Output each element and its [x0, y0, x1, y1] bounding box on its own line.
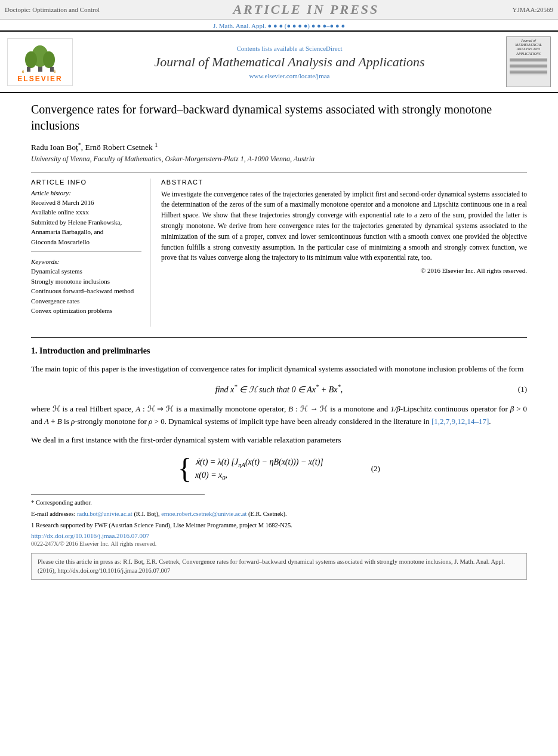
journal-header: 🕯 🕯 ELSEVIER Contents lists available at… — [0, 32, 558, 93]
elsevier-wordmark: ELSEVIER — [17, 75, 62, 83]
copyright: © 2016 Elsevier Inc. All rights reserved… — [161, 267, 527, 274]
keyword-1: Dynamical systems — [31, 266, 141, 276]
keywords-section: Keywords: Dynamical systems Strongly mon… — [31, 258, 141, 321]
keyword-3: Continuous forward–backward method — [31, 286, 141, 296]
article-in-press-label: ARTICLE IN PRESS — [100, 2, 512, 17]
journal-title: Journal of Mathematical Analysis and App… — [79, 54, 500, 70]
article-history: Article history: Received 8 March 2016 A… — [31, 189, 141, 253]
eq2-line1: ẋ(t) = λ(t) [JηA(x(t) − ηB(x(t))) − x(t)… — [195, 457, 323, 468]
eq2-lines: ẋ(t) = λ(t) [JηA(x(t) − ηB(x(t))) − x(t)… — [195, 457, 323, 481]
paper-title: Convergence rates for forward–backward d… — [31, 102, 527, 134]
article-info-heading: ARTICLE INFO — [31, 179, 141, 186]
main-content: Convergence rates for forward–backward d… — [0, 93, 558, 588]
section1-para2: where ℋ is a real Hilbert space, A : ℋ ⇒… — [31, 403, 527, 428]
svg-point-2 — [25, 51, 37, 68]
section1-heading: 1. Introduction and preliminaries — [31, 346, 527, 356]
sciencedirect-prefix: Contents lists available at — [236, 45, 304, 52]
issn-line: 0022-247X/© 2016 Elsevier Inc. All right… — [31, 540, 527, 547]
footnote-divider — [31, 494, 205, 494]
doctopic-label: Doctopic: Optimization and Control — [5, 6, 100, 13]
footnote-1: 1 Research supported by FWF (Austrian Sc… — [31, 521, 527, 530]
history-label: Article history: — [31, 189, 141, 196]
journal-center: Contents lists available at ScienceDirec… — [79, 45, 500, 79]
footnote-email: E-mail addresses: radu.bot@univie.ac.at … — [31, 509, 527, 519]
doi-link[interactable]: http://dx.doi.org/10.1016/j.jmaa.2016.07… — [31, 532, 527, 539]
equation-2: { ẋ(t) = λ(t) [JηA(x(t) − ηB(x(t))) − x(… — [31, 454, 527, 483]
doi-text[interactable]: http://dx.doi.org/10.1016/j.jmaa.2016.07… — [31, 532, 149, 539]
email2[interactable]: ernoe.robert.csetnek@univie.ac.at — [161, 511, 246, 517]
svg-text:🕯: 🕯 — [53, 69, 57, 74]
keyword-2: Strongly monotone inclusions — [31, 276, 141, 287]
footnote-star: * Corresponding author. — [31, 499, 92, 506]
sciencedirect-line: Contents lists available at ScienceDirec… — [79, 45, 500, 52]
section-divider — [31, 337, 527, 338]
top-bar: Doctopic: Optimization and Control ARTIC… — [0, 0, 558, 20]
citation-box: Please cite this article in press as: R.… — [31, 553, 527, 580]
abstract: ABSTRACT We investigate the convergence … — [161, 179, 527, 327]
journal-id: YJMAA:20569 — [513, 6, 553, 13]
svg-point-3 — [43, 51, 55, 68]
article-info-abstract: ARTICLE INFO Article history: Received 8… — [31, 172, 527, 327]
journal-url[interactable]: www.elsevier.com/locate/jmaa — [79, 72, 500, 79]
eq1-number: (1) — [518, 385, 527, 394]
sciencedirect-link-text: ScienceDirect — [306, 45, 343, 52]
thumb-title: Journal ofMATHEMATICALANALYSIS ANDAPPLIC… — [515, 39, 542, 56]
citation-box-text: Please cite this article in press as: R.… — [38, 558, 505, 574]
eq2-number: (2) — [371, 464, 380, 474]
submitted-by: Submitted by Helene Frankowska,Annamaria… — [31, 217, 141, 247]
email2-author: (E.R. Csetnek). — [248, 511, 287, 517]
available-online: Available online xxxx — [31, 207, 141, 217]
keywords-label: Keywords: — [31, 258, 141, 265]
elsevier-logo: 🕯 🕯 ELSEVIER — [7, 38, 73, 86]
keyword-4: Convergence rates — [31, 296, 141, 306]
email-label: E-mail addresses: — [31, 511, 75, 517]
abstract-heading: ABSTRACT — [161, 179, 527, 186]
equation-1: find x* ∈ ℋ such that 0 ∈ Ax* + Bx*, (1) — [31, 383, 527, 395]
elsevier-tree-icon: 🕯 🕯 — [16, 44, 64, 73]
svg-text:🕯: 🕯 — [21, 69, 25, 74]
citation-text: J. Math. Anal. Appl. ● ● ● (● ● ● ●) ● ●… — [213, 22, 345, 29]
footnote-corresponding: * Corresponding author. — [31, 498, 527, 508]
abstract-text: We investigate the convergence rates of … — [161, 189, 527, 264]
received-date: Received 8 March 2016 — [31, 198, 141, 208]
section1-para1: The main topic of this paper is the inve… — [31, 363, 527, 376]
email1[interactable]: radu.bot@univie.ac.at — [77, 511, 132, 517]
citation-line: J. Math. Anal. Appl. ● ● ● (● ● ● ●) ● ●… — [0, 20, 558, 32]
article-info: ARTICLE INFO Article history: Received 8… — [31, 179, 150, 327]
thumb-lines — [508, 57, 548, 76]
authors: Radu Ioan Boț*, Ernö Robert Csetnek 1 — [31, 141, 527, 152]
left-brace: { — [178, 454, 192, 483]
keyword-5: Convex optimization problems — [31, 306, 141, 316]
svg-rect-4 — [27, 67, 30, 72]
section1-para3: We deal in a first instance with the fir… — [31, 434, 527, 447]
author-names: Radu Ioan Boț*, Ernö Robert Csetnek 1 — [31, 143, 158, 152]
email1-author: (R.I. Boț), — [134, 511, 159, 517]
eq2-line2: x(0) = x0, — [195, 471, 323, 481]
journal-thumbnail: Journal ofMATHEMATICALANALYSIS ANDAPPLIC… — [506, 36, 551, 87]
affiliation: University of Vienna, Faculty of Mathema… — [31, 155, 527, 164]
eq1-content: find x* ∈ ℋ such that 0 ∈ Ax* + Bx*, — [215, 383, 343, 395]
